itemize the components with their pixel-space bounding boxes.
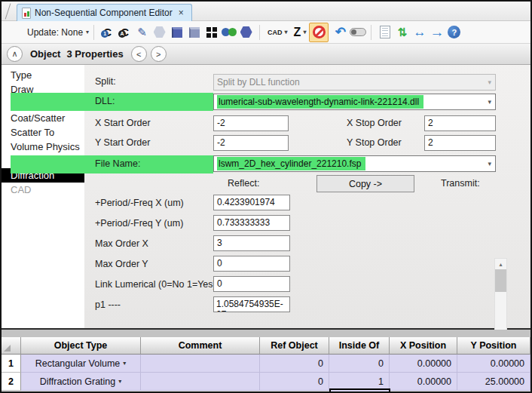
column-header-object-type[interactable]: Object Type	[21, 337, 141, 355]
column-header-inside-of[interactable]: Inside Of	[329, 337, 390, 355]
curved-arrow-icon: ↶	[335, 26, 346, 38]
ref-object-cell[interactable]: 0	[260, 355, 329, 373]
wire-model-button[interactable]	[185, 23, 203, 41]
y-stop-order-input[interactable]: 2	[424, 135, 496, 151]
solid-model-button[interactable]	[168, 23, 185, 41]
dll-label: DLL:	[95, 96, 115, 106]
x-stop-order-input[interactable]: 2	[424, 115, 496, 131]
sidebar-item-scatter-to[interactable]: Scatter To	[2, 125, 84, 140]
update-once-button[interactable]: C 1	[99, 23, 116, 41]
ignore-object-button-active[interactable]	[309, 23, 329, 42]
object-table: Object Type Comment Ref Object Inside Of…	[2, 337, 530, 391]
polygon-object-button[interactable]	[237, 23, 255, 41]
two-dots-icon	[222, 28, 237, 37]
auto-update-button[interactable]: C A	[116, 23, 133, 41]
y-position-cell[interactable]: 0.00000	[457, 355, 530, 373]
sidebar-item-volume-physics[interactable]: Volume Physics	[2, 140, 84, 154]
document-lines-icon	[380, 26, 390, 38]
toggle-button[interactable]	[349, 23, 366, 41]
link-lumerical-label: Link Lumerical (0=No 1=Yes)	[95, 279, 216, 290]
copy-button[interactable]: Copy ->	[316, 175, 414, 192]
next-object-button[interactable]: >	[151, 46, 167, 62]
undo-button[interactable]: ↶	[332, 23, 349, 41]
toggle-switch-icon	[350, 28, 366, 36]
scroll-up-icon[interactable]: ▴	[495, 259, 506, 269]
column-header-y-position[interactable]: Y Position	[457, 337, 530, 355]
comment-cell[interactable]	[141, 355, 260, 373]
nsc-editor-window: Non-Sequential Component Editor × Update…	[0, 0, 532, 393]
tab-close-icon[interactable]: ×	[179, 8, 184, 18]
row-number[interactable]: 2	[2, 373, 21, 391]
update-once-badge-icon: 1	[101, 30, 109, 38]
ref-object-cell[interactable]: 0	[260, 373, 329, 391]
x-start-order-label: X Start Order	[95, 118, 151, 128]
tab-nsc-editor[interactable]: Non-Sequential Component Editor ×	[17, 4, 192, 21]
dll-combobox[interactable]: lumerical-sub-wavelength-dynamic-link-22…	[213, 94, 496, 110]
spreadsheet-view-button[interactable]	[376, 23, 393, 41]
sidebar-item-type[interactable]: Type	[2, 68, 84, 82]
period-freq-x-input[interactable]: 0.4233901974	[213, 195, 290, 210]
table-corner-cell[interactable]	[2, 337, 21, 355]
update-mode-dropdown[interactable]: Update: None ▾	[27, 27, 89, 38]
edit-object-button[interactable]: ✎	[133, 23, 151, 41]
y-start-order-input[interactable]: -2	[213, 135, 289, 151]
dll-value: lumerical-sub-wavelength-dynamic-link-22…	[217, 95, 423, 109]
properties-title-count: 3 Properties	[66, 48, 123, 60]
chevron-down-icon: ▾	[118, 378, 121, 385]
cube-icon	[172, 27, 182, 38]
y-start-order-label: Y Start Order	[95, 137, 150, 148]
column-header-x-position[interactable]: X Position	[390, 337, 457, 355]
inside-of-cell[interactable]: 0	[329, 355, 390, 373]
refresh-exchange-button[interactable]: ⇅	[393, 23, 411, 41]
faded-prism-icon	[154, 26, 166, 38]
x-position-cell[interactable]: 0.00000	[390, 355, 457, 373]
link-lumerical-input[interactable]: 0	[213, 276, 290, 292]
period-freq-x-label: +Period/-Freq X (um)	[95, 198, 184, 208]
object-type-cell[interactable]: Diffraction Grating ▾	[21, 373, 141, 391]
fit-width-button[interactable]: ↔	[411, 23, 428, 41]
x-start-order-input[interactable]: -2	[213, 115, 289, 131]
file-name-label: File Name:	[95, 158, 140, 169]
reflect-label: Reflect:	[228, 178, 259, 189]
grid-view-button[interactable]	[203, 23, 220, 41]
column-header-comment[interactable]: Comment	[141, 337, 260, 355]
previous-object-button[interactable]: <	[131, 46, 147, 62]
help-button[interactable]: ?	[445, 23, 463, 41]
chevron-down-icon: ▾	[488, 78, 491, 86]
column-header-ref-object[interactable]: Ref Object	[260, 337, 329, 355]
scrollbar-thumb[interactable]	[495, 269, 506, 292]
z-order-dropdown[interactable]: Z ▾	[291, 26, 310, 39]
panel-divider	[2, 330, 530, 337]
toolbar-separator	[93, 25, 94, 40]
transmit-label: Transmit:	[441, 178, 480, 189]
object-type-cell[interactable]: Rectangular Volume ▾	[21, 355, 141, 373]
p1-input[interactable]: 1.0584754935E-07	[213, 296, 290, 312]
tab-bar: Non-Sequential Component Editor ×	[2, 2, 530, 21]
chevron-down-icon: ▾	[488, 98, 491, 106]
detector-viewer-button[interactable]	[220, 23, 237, 41]
row-number[interactable]: 1	[2, 355, 21, 373]
hexagon-icon	[240, 26, 252, 38]
sidebar-item-cad: CAD	[2, 183, 84, 197]
active-cell-outline[interactable]	[329, 388, 390, 393]
cad-dropdown[interactable]: CAD ▾	[264, 29, 291, 36]
split-combobox: Split by DLL function ▾	[213, 74, 496, 91]
period-freq-y-input[interactable]: 0.733333333	[213, 215, 290, 231]
chevron-down-icon: ▾	[488, 160, 491, 167]
sidebar-item-coat-scatter[interactable]: Coat/Scatter	[2, 111, 84, 125]
prohibition-icon	[313, 26, 326, 38]
file-name-combobox[interactable]: lswm_2D_hex_cylinder_221210.fsp ▾	[213, 155, 496, 172]
auto-update-badge-icon: A	[118, 30, 126, 38]
shaded-model-button[interactable]	[151, 23, 168, 41]
go-forward-button[interactable]: →	[428, 23, 445, 41]
x-position-cell[interactable]: 0.00000	[390, 373, 457, 391]
max-order-y-input[interactable]: 0	[213, 256, 290, 272]
collapse-panel-button[interactable]: ∧	[7, 46, 23, 62]
y-position-cell[interactable]: 25.00000	[457, 373, 530, 391]
comment-cell[interactable]	[141, 373, 260, 391]
max-order-x-input[interactable]: 3	[213, 235, 290, 251]
toolbar-separator	[259, 25, 260, 40]
editor-toolbar: Update: None ▾ C 1 C A ✎	[2, 21, 530, 44]
file-name-value: lswm_2D_hex_cylinder_221210.fsp	[217, 157, 365, 170]
chevron-down-icon: ▾	[123, 360, 126, 367]
